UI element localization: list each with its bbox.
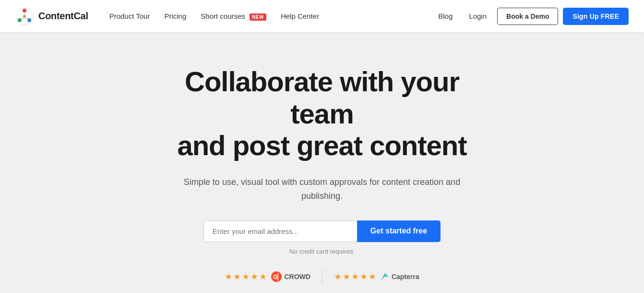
logo-link[interactable]: ContentCal (15, 7, 88, 25)
nav-link-pricing[interactable]: Pricing (158, 8, 192, 24)
logo-text: ContentCal (38, 11, 88, 22)
email-cta-row: Get started free (203, 220, 441, 242)
star-c1: ★ (334, 271, 342, 282)
svg-line-6 (21, 18, 24, 19)
star-1: ★ (225, 271, 232, 282)
star-c2: ★ (343, 271, 350, 282)
g2crowd-icon: G (271, 271, 282, 282)
ratings-row: ★ ★ ★ ★ ★ G CROWD ★ ★ ★ (225, 269, 419, 284)
svg-point-2 (18, 18, 22, 22)
star-3: ★ (242, 271, 250, 282)
capterra-stars: ★ ★ ★ ★ ★ (334, 271, 376, 282)
star-half: ★ (259, 271, 267, 282)
hero-subtitle: Simple to use, visual tool with custom a… (173, 175, 471, 203)
hero-section: Collaborate with your team and post grea… (0, 32, 644, 293)
book-demo-button[interactable]: Book a Demo (497, 8, 558, 25)
svg-line-7 (24, 18, 28, 19)
get-started-button[interactable]: Get started free (357, 220, 441, 242)
nav-link-product-tour[interactable]: Product Tour (104, 8, 156, 24)
svg-marker-11 (381, 273, 389, 281)
navbar: ContentCal Product Tour Pricing Short co… (0, 0, 644, 32)
star-4: ★ (250, 271, 258, 282)
no-credit-text: No credit card required. (289, 248, 355, 255)
nav-right: Blog Login Book a Demo Sign Up FREE (432, 8, 629, 25)
capterra-logo: Capterra (380, 272, 419, 281)
g2crowd-stars: ★ ★ ★ ★ ★ (225, 271, 267, 282)
email-input[interactable] (203, 220, 357, 242)
svg-point-3 (27, 18, 31, 22)
star-c3: ★ (351, 271, 359, 282)
capterra-icon (380, 272, 390, 281)
login-link[interactable]: Login (463, 8, 492, 24)
rating-divider (322, 269, 322, 284)
star-c-half: ★ (369, 271, 376, 282)
nav-link-short-courses[interactable]: Short courses NEW (195, 8, 272, 24)
star-c4: ★ (360, 271, 368, 282)
nav-link-help-center[interactable]: Help Center (275, 8, 325, 24)
svg-text:G: G (273, 274, 277, 281)
nav-links: Product Tour Pricing Short courses NEW H… (104, 8, 433, 24)
star-2: ★ (233, 271, 241, 282)
capterra-rating: ★ ★ ★ ★ ★ Capterra (334, 271, 419, 282)
blog-link[interactable]: Blog (432, 8, 458, 24)
capterra-label: Capterra (392, 273, 419, 281)
svg-point-4 (23, 15, 26, 18)
new-badge: NEW (250, 13, 266, 21)
g2crowd-rating: ★ ★ ★ ★ ★ G CROWD (225, 271, 310, 282)
logo-icon (15, 7, 34, 25)
g2crowd-logo: G CROWD (271, 271, 310, 282)
g2crowd-label: CROWD (284, 273, 310, 281)
hero-title: Collaborate with your team and post grea… (154, 66, 490, 162)
svg-point-1 (23, 9, 26, 12)
signup-button[interactable]: Sign Up FREE (563, 8, 629, 25)
